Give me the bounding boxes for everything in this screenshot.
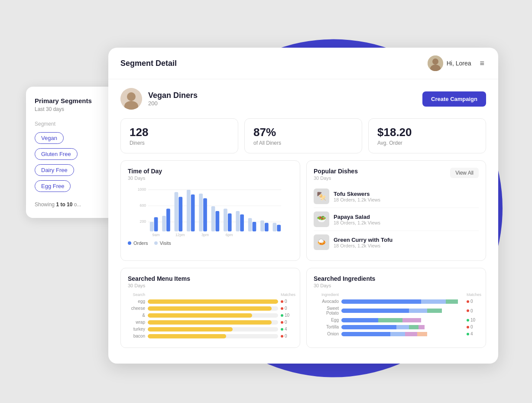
ingr-bar-row: Tortilla 0	[314, 325, 479, 329]
menu-bar-fill	[148, 313, 252, 318]
match-dot	[467, 309, 469, 312]
svg-rect-13	[154, 217, 158, 231]
menu-bar-row: turkey 4	[128, 327, 293, 332]
svg-text:3pm: 3pm	[201, 233, 209, 237]
searched-ingredients-card: Searched Ingredients 30 Days Ingredient …	[306, 268, 486, 348]
stat-diners-label: Diners	[130, 140, 229, 146]
stats-row: 128 Diners 87% of All Diners $18.20 Avg.…	[120, 118, 486, 153]
svg-point-1	[432, 58, 438, 65]
searched-menu-title: Searched Menu Items	[128, 275, 293, 282]
ingr-bar-matches: 10	[467, 318, 479, 322]
svg-text:200: 200	[140, 219, 146, 224]
ingr-bar-label: Egg	[314, 318, 339, 322]
sidebar-segments: Vegan Gluten Free Dairy Free Egg Free	[35, 132, 113, 196]
dish-thumb-2: 🥗	[314, 211, 329, 227]
ingr-seg	[405, 332, 417, 336]
menu-bar-track	[148, 327, 278, 332]
user-greeting: Hi, Lorea	[447, 60, 471, 67]
menu-bar-fill	[148, 299, 278, 304]
menu-bar-matches: 10	[281, 313, 293, 318]
ingr-bar-track	[341, 309, 464, 313]
searched-menu-subtitle: 30 Days	[128, 283, 293, 288]
menu-bar-row: & 10	[128, 313, 293, 318]
stat-all-diners-label: of All Diners	[253, 140, 353, 146]
menu-icon[interactable]: ≡	[478, 57, 486, 70]
svg-rect-31	[265, 223, 269, 231]
header-right: Hi, Lorea ≡	[428, 55, 486, 71]
searched-ingredients-items: Avocado 0 Sweet Potato 0 Egg 10 Tortilla…	[314, 299, 479, 336]
dish-thumb-1: 🍢	[314, 188, 329, 204]
ingr-bar-track	[341, 299, 464, 304]
svg-rect-16	[175, 192, 178, 231]
ingr-seg	[341, 299, 421, 304]
segment-hero: Vegan Diners 200 Create Campaign	[120, 88, 486, 110]
ingr-seg	[409, 309, 427, 313]
svg-rect-28	[248, 218, 252, 231]
stat-avg-order-value: $18.20	[377, 126, 477, 139]
svg-text:12pm: 12pm	[175, 233, 185, 237]
svg-rect-23	[216, 211, 220, 231]
dish-name-2: Papaya Salad	[334, 214, 380, 220]
ingr-seg	[402, 318, 421, 322]
menu-bar-fill	[148, 334, 226, 338]
ingr-seg	[409, 325, 419, 329]
sidebar-subtitle: Last 30 days	[35, 106, 113, 112]
dish-meta-2: 18 Orders, 1.2k Views	[334, 220, 380, 225]
orders-dot	[128, 241, 131, 245]
menu-bar-matches: 0	[281, 306, 293, 311]
ingr-seg	[421, 299, 446, 304]
svg-rect-26	[236, 211, 240, 231]
view-all-button[interactable]: View All	[450, 168, 479, 178]
popular-dishes-card: Popular Dishes 30 Days View All 🍢 Tofu S…	[306, 160, 486, 261]
sidebar-col-header: Segment	[35, 121, 113, 127]
segment-name: Vegan Diners	[148, 91, 198, 100]
sidebar-card: Primary Segments Last 30 days Segment Ve…	[26, 87, 121, 218]
main-header: Segment Detail Hi, Lorea ≡	[108, 48, 498, 79]
ingr-bar-matches: 4	[467, 332, 479, 336]
svg-rect-12	[150, 222, 154, 231]
ingr-bar-row: Sweet Potato 0	[314, 306, 479, 315]
ingr-seg	[378, 318, 403, 322]
menu-bar-track	[148, 313, 278, 318]
svg-text:9am: 9am	[152, 233, 160, 237]
time-of-day-title: Time of Day	[128, 168, 293, 175]
ingr-bar-matches: 0	[467, 299, 479, 304]
menu-bar-label: egg	[128, 299, 145, 304]
menu-bar-fill	[148, 327, 233, 332]
avatar	[428, 55, 443, 71]
time-of-day-subtitle: 30 Days	[128, 176, 293, 181]
segment-tag-dairy-free[interactable]: Dairy Free	[35, 164, 74, 176]
create-campaign-button[interactable]: Create Campaign	[422, 91, 486, 107]
ingr-seg	[341, 332, 390, 336]
segment-tag-egg-free[interactable]: Egg Free	[35, 180, 71, 192]
svg-rect-17	[178, 197, 182, 231]
match-dot	[281, 335, 283, 338]
main-card: Segment Detail Hi, Lorea ≡	[108, 48, 498, 364]
searched-ingredients-subtitle: 30 Days	[314, 283, 479, 288]
popular-dishes-header: Popular Dishes 30 Days View All	[314, 168, 479, 185]
main-body: Vegan Diners 200 Create Campaign 128 Din…	[108, 79, 498, 364]
chart-legend: Orders Visits	[128, 240, 293, 246]
searched-menu-card: Searched Menu Items 30 Days Search Match…	[120, 268, 300, 348]
ingr-seg	[341, 309, 409, 313]
stat-diners-value: 128	[130, 126, 229, 139]
segment-tag-vegan[interactable]: Vegan	[35, 132, 64, 144]
segment-tag-gluten-free[interactable]: Gluten Free	[35, 148, 78, 160]
match-dot	[467, 319, 469, 322]
dish-item-3: 🍛 Green Curry with Tofu 18 Orders, 1.2k …	[314, 231, 479, 254]
searched-ingredients-title: Searched Ingredients	[314, 275, 479, 282]
match-dot	[467, 333, 469, 335]
menu-bar-track	[148, 306, 278, 311]
ingr-bar-track	[341, 325, 464, 329]
svg-rect-29	[253, 222, 256, 231]
ingr-bar-label: Avocado	[314, 299, 339, 304]
searched-menu-items: egg 0 cheese 0 & 10 wrap	[128, 299, 293, 338]
time-of-day-chart: 1000 600 200	[128, 185, 293, 237]
svg-rect-25	[228, 213, 232, 231]
page-title: Segment Detail	[120, 59, 177, 68]
sidebar-title: Primary Segments	[35, 97, 113, 104]
dish-name-1: Tofu Skewers	[334, 191, 380, 197]
stat-all-diners: 87% of All Diners	[244, 118, 362, 153]
legend-visits: Visits	[154, 240, 171, 246]
svg-point-4	[127, 92, 136, 101]
